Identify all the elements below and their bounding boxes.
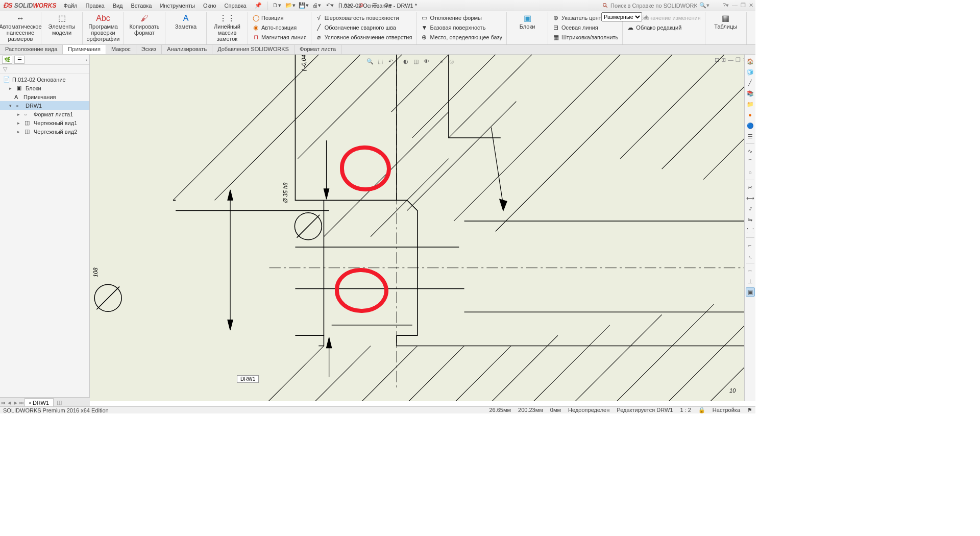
area-hatch-button[interactable]: ▦Штриховка/заполнить	[550, 33, 620, 42]
menu-file[interactable]: Файл	[59, 1, 81, 10]
line-tool-icon[interactable]: ╱	[746, 78, 755, 87]
tables-button[interactable]: ▦Таблицы	[707, 12, 744, 30]
status-flag-icon[interactable]: ⚑	[747, 407, 752, 413]
spline-icon[interactable]: ∿	[746, 147, 755, 156]
menu-view[interactable]: Вид	[109, 1, 127, 10]
hole-callout-button[interactable]: ⌀Условное обозначение отверстия	[313, 33, 414, 42]
tree-view2[interactable]: ▸◫Чертежный вид2	[0, 127, 89, 136]
prev-tab-icon[interactable]: ◀	[6, 400, 12, 405]
tree-sheet-drw1[interactable]: ▾▫DRW1	[0, 101, 89, 110]
centerline-button[interactable]: ⊟Осевая линия	[550, 23, 620, 32]
search-dropdown-icon[interactable]: 🔍▾	[699, 2, 709, 9]
trim-icon[interactable]: ✂	[746, 183, 755, 192]
balloon-button[interactable]: ◯Позиция	[250, 13, 309, 22]
tree-sheet-format[interactable]: ▸▫Формат листа1	[0, 110, 89, 118]
svg-line-1	[606, 6, 607, 7]
tab-sketch[interactable]: Эскиз	[136, 45, 162, 54]
geometric-tolerance-button[interactable]: ▭Отклонение формы	[419, 13, 504, 22]
chevron-right-icon[interactable]: ▸	[17, 120, 22, 126]
mirror-icon[interactable]: ⇋	[746, 215, 755, 224]
add-sheet-icon[interactable]: ◫	[54, 399, 65, 406]
tree-annotations[interactable]: AПримечания	[0, 92, 89, 101]
tab-analyze[interactable]: Анализировать	[162, 45, 212, 54]
dimension-style-dropdown[interactable]: Размерные ◈	[601, 12, 648, 21]
print-button[interactable]: 🖨▾	[311, 1, 323, 10]
new-button[interactable]: 🗋▾	[272, 1, 283, 10]
property-tab-icon[interactable]: ☰	[14, 56, 24, 64]
properties-icon[interactable]: ☰	[746, 132, 755, 141]
minimize-button[interactable]: —	[732, 2, 738, 9]
search-box[interactable]: 🔍▾	[602, 2, 709, 9]
expand-panel-icon[interactable]: ›	[85, 57, 87, 63]
restore-button[interactable]: ❐	[741, 2, 746, 9]
appearances-icon[interactable]: 🔵	[746, 121, 755, 130]
corner-icon[interactable]: ⌐	[746, 240, 755, 250]
last-tab-icon[interactable]: ⏭	[18, 400, 24, 405]
spell-check-button[interactable]: AbcПрограмма проверки орфографии	[85, 12, 121, 42]
auto-balloon-button[interactable]: ◉Авто-позиция	[250, 23, 309, 32]
chevron-down-icon[interactable]: ▾	[9, 103, 14, 108]
tab-annotations[interactable]: Примечания	[63, 45, 106, 54]
status-lock-icon[interactable]: 🔒	[698, 407, 705, 413]
linear-note-pattern-button[interactable]: ⋮⋮Линейный массив заметок	[209, 12, 246, 42]
tab-view-layout[interactable]: Расположение вида	[0, 45, 63, 54]
resources-icon[interactable]: 🧊	[746, 67, 755, 77]
extend-icon[interactable]: ⟷	[746, 193, 755, 203]
pattern-icon[interactable]: ⋮⋮	[746, 226, 755, 235]
chevron-right-icon[interactable]: ▸	[17, 129, 22, 134]
revision-cloud-button[interactable]: ☁Облако редакций	[625, 23, 702, 32]
search-input[interactable]	[610, 3, 697, 9]
status-custom[interactable]: Настройка	[713, 407, 740, 413]
menu-window[interactable]: Окно	[199, 1, 220, 10]
menu-help[interactable]: Справка	[220, 1, 251, 10]
first-tab-icon[interactable]: ⏮	[0, 400, 6, 405]
magnetic-line-button[interactable]: ⊓Магнитная линия	[250, 33, 309, 42]
save-button[interactable]: 💾▾	[298, 1, 309, 10]
relation-icon[interactable]: ⊥	[746, 277, 755, 286]
format-painter-button[interactable]: 🖌Копировать формат	[126, 12, 163, 36]
next-tab-icon[interactable]: ▶	[12, 400, 18, 405]
chevron-right-icon[interactable]: ▸	[9, 86, 14, 91]
dimension-icon[interactable]: ↔	[746, 266, 755, 275]
chevron-right-icon[interactable]: ▸	[17, 112, 22, 117]
menu-insert[interactable]: Вставка	[127, 1, 156, 10]
tree-blocks[interactable]: ▸▣Блоки	[0, 84, 89, 92]
design-library-icon[interactable]: 📚	[746, 89, 755, 98]
help-icon[interactable]: ?▾	[723, 2, 729, 9]
view-palette-icon[interactable]: ●	[746, 110, 755, 119]
surface-finish-button[interactable]: √Шероховатость поверхности	[313, 13, 414, 22]
pin-icon[interactable]: 📌	[255, 2, 262, 9]
fillet-icon[interactable]: ◟	[746, 251, 755, 260]
status-editing: Редактируется DRW1	[617, 407, 673, 413]
display-icon[interactable]: ▣	[746, 287, 755, 297]
arc-icon[interactable]: ⌒	[746, 157, 755, 166]
weld-symbol-button[interactable]: ╱Обозначение сварного шва	[313, 23, 414, 32]
feature-tree-tab-icon[interactable]: 🌿	[2, 56, 12, 64]
datum-feature-button[interactable]: ▼Базовая поверхность	[419, 23, 504, 32]
menu-tools[interactable]: Инструменты	[156, 1, 199, 10]
blocks-button[interactable]: ▣Блоки	[509, 12, 546, 30]
smart-dimension-button[interactable]: ↔Автоматическое нанесение размеров	[2, 12, 39, 42]
file-explorer-icon[interactable]: 📁	[746, 100, 755, 109]
tree-view1[interactable]: ▸◫Чертежный вид1	[0, 118, 89, 127]
undo-button[interactable]: ↶▾	[325, 1, 336, 10]
tab-sheet-format[interactable]: Формат листа	[295, 45, 341, 54]
drawing-canvas[interactable]: 🔍 ⬚ ↶ ◐ ◫ 👁 ● ◎ ⊡⊞—❐✕	[90, 55, 755, 401]
home-icon[interactable]: 🏠	[746, 57, 755, 66]
note-button[interactable]: AЗаметка	[167, 12, 204, 30]
menu-edit[interactable]: Правка	[81, 1, 108, 10]
tab-macro[interactable]: Макрос	[106, 45, 136, 54]
tab-addins[interactable]: Добавления SOLIDWORKS	[212, 45, 295, 54]
layer-icon[interactable]: ◈	[644, 14, 648, 20]
tree-root[interactable]: 📄П.012-02 Основание	[0, 75, 89, 84]
circle-icon[interactable]: ○	[746, 168, 755, 177]
open-button[interactable]: 📂▾	[285, 1, 296, 10]
sheet-tab-drw1[interactable]: ▫DRW1	[24, 398, 54, 407]
close-button[interactable]: ✕	[749, 2, 753, 9]
tree-filter[interactable]: ▽	[0, 65, 89, 74]
datum-target-button[interactable]: ⊕Место, определяющее базу	[419, 33, 504, 42]
dimension-style-select[interactable]: Размерные	[601, 12, 642, 21]
offset-icon[interactable]: ⫽	[746, 204, 755, 213]
model-items-button[interactable]: ⬚Элементы модели	[43, 12, 80, 36]
status-scale[interactable]: 1 : 2	[680, 407, 691, 413]
